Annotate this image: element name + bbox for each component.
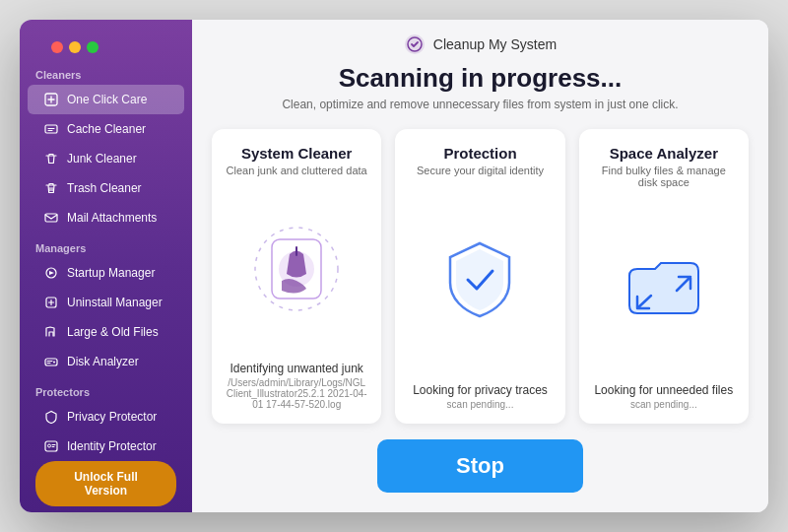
maximize-button[interactable] <box>87 41 98 53</box>
startup-icon <box>43 265 59 281</box>
app-window: Cleaners One Click Care Cache Cleaner <box>20 20 768 512</box>
traffic-lights <box>51 41 98 53</box>
identity-protector-label: Identity Protector <box>67 439 157 453</box>
system-cleaner-card: System Cleaner Clean junk and cluttered … <box>212 129 381 424</box>
junk-cleaner-label: Junk Cleaner <box>67 152 137 166</box>
app-logo-icon <box>404 33 426 55</box>
stop-button-container: Stop <box>192 424 768 512</box>
junk-cleaner-icon <box>43 151 59 166</box>
sidebar-item-uninstall-manager[interactable]: Uninstall Manager <box>28 288 184 317</box>
trash-cleaner-icon <box>43 180 59 196</box>
sidebar-item-privacy-protector[interactable]: Privacy Protector <box>28 402 184 432</box>
uninstall-manager-label: Uninstall Manager <box>67 296 163 309</box>
privacy-protector-label: Privacy Protector <box>67 410 157 424</box>
cards-row: System Cleaner Clean junk and cluttered … <box>192 129 768 424</box>
system-cleaner-title: System Cleaner <box>241 145 353 162</box>
protection-status: Looking for privacy traces <box>413 383 548 397</box>
mail-icon <box>43 210 59 226</box>
cache-cleaner-icon <box>43 121 59 137</box>
sidebar-bottom: Unlock Full Version <box>20 461 192 512</box>
space-analyzer-title: Space Analyzer <box>610 145 718 162</box>
system-cleaner-status: Identifying unwanted junk <box>230 362 362 375</box>
space-analyzer-illustration <box>620 200 708 371</box>
svg-rect-7 <box>45 441 57 451</box>
svg-point-8 <box>48 444 51 447</box>
minimize-button[interactable] <box>69 41 81 53</box>
close-button[interactable] <box>51 41 63 53</box>
unlock-full-version-button[interactable]: Unlock Full Version <box>35 461 176 506</box>
sidebar-item-mail-attachments[interactable]: Mail Attachments <box>28 203 184 233</box>
page-title: Scanning in progress... <box>192 63 768 94</box>
top-bar: Cleanup My System <box>192 20 768 63</box>
main-content: Cleanup My System Scanning in progress..… <box>192 20 768 512</box>
protection-title: Protection <box>443 145 516 162</box>
one-click-care-icon <box>43 92 59 107</box>
uninstall-icon <box>43 295 59 310</box>
disk-analyzer-label: Disk Analyzer <box>67 355 139 368</box>
space-analyzer-status-sub: scan pending... <box>630 399 697 410</box>
svg-point-6 <box>53 362 55 364</box>
space-analyzer-card: Space Analyzer Find bulky files & manage… <box>579 129 749 424</box>
cache-cleaner-label: Cache Cleaner <box>67 122 146 136</box>
mail-attachments-label: Mail Attachments <box>67 211 157 225</box>
system-cleaner-path: /Users/admin/Library/Logs/NGLClient_Illu… <box>226 377 367 410</box>
protection-status-sub: scan pending... <box>447 399 514 410</box>
sidebar-item-large-old-files[interactable]: Large & Old Files <box>28 317 184 347</box>
large-old-files-label: Large & Old Files <box>67 325 159 339</box>
sidebar: Cleaners One Click Care Cache Cleaner <box>20 20 192 512</box>
space-analyzer-subtitle: Find bulky files & manage disk space <box>593 165 735 188</box>
sidebar-item-junk-cleaner[interactable]: Junk Cleaner <box>28 144 184 173</box>
sidebar-item-disk-analyzer[interactable]: Disk Analyzer <box>28 347 184 376</box>
app-title: Cleanup My System <box>433 36 557 52</box>
startup-manager-label: Startup Manager <box>67 266 155 280</box>
protection-subtitle: Secure your digital identity <box>417 165 544 176</box>
protectors-section-label: Protectors <box>20 376 192 402</box>
system-cleaner-subtitle: Clean junk and cluttered data <box>227 165 367 176</box>
managers-section-label: Managers <box>20 233 192 258</box>
sidebar-item-identity-protector[interactable]: Identity Protector <box>28 432 184 461</box>
sidebar-item-trash-cleaner[interactable]: Trash Cleaner <box>28 173 184 203</box>
sidebar-item-one-click-care[interactable]: One Click Care <box>28 85 184 114</box>
space-analyzer-status: Looking for unneeded files <box>594 383 733 397</box>
page-subtitle: Clean, optimize and remove unnecessary f… <box>192 98 768 111</box>
identity-icon <box>43 438 59 454</box>
trash-cleaner-label: Trash Cleaner <box>67 181 142 195</box>
privacy-icon <box>43 409 59 425</box>
disk-icon <box>43 354 59 369</box>
protection-card: Protection Secure your digital identity … <box>395 129 564 424</box>
sidebar-item-cache-cleaner[interactable]: Cache Cleaner <box>28 114 184 144</box>
stop-button[interactable]: Stop <box>377 439 583 493</box>
protection-illustration <box>435 188 524 371</box>
large-files-icon <box>43 324 59 340</box>
svg-rect-2 <box>45 214 57 222</box>
sidebar-item-startup-manager[interactable]: Startup Manager <box>28 258 184 288</box>
cleaners-section-label: Cleaners <box>20 59 192 85</box>
system-cleaner-illustration <box>247 188 346 350</box>
svg-rect-5 <box>45 359 57 366</box>
one-click-care-label: One Click Care <box>67 93 147 106</box>
